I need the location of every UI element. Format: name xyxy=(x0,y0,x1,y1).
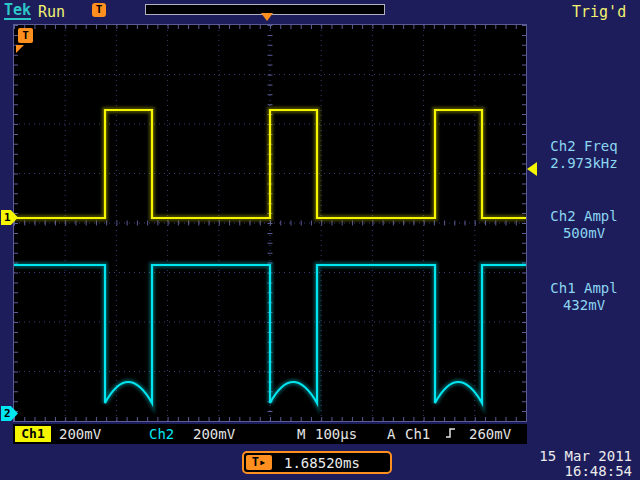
delay-trigger-icon: T▸ xyxy=(246,455,272,470)
time-text: 16:48:54 xyxy=(539,464,632,479)
trigger-status: Trig'd xyxy=(572,3,626,21)
acquisition-state: Run xyxy=(38,3,65,21)
measurement-value: 432mV xyxy=(528,297,640,314)
ch2-scale-label: Ch2 xyxy=(149,426,174,442)
measurement-ch2-ampl: Ch2 Ampl 500mV xyxy=(528,208,640,242)
ch1-scale-badge: Ch1 xyxy=(15,426,51,442)
trigger-t-badge: T xyxy=(92,3,106,17)
timebase-value: 100µs xyxy=(315,426,357,442)
datetime: 15 Mar 2011 16:48:54 xyxy=(539,449,632,479)
tek-logo: Tek xyxy=(4,3,31,20)
rising-edge-icon xyxy=(445,426,457,443)
graticule xyxy=(13,24,527,422)
measurement-ch1-ampl: Ch1 Ampl 432mV xyxy=(528,280,640,314)
delay-trigger-t: T xyxy=(252,455,259,469)
timebase-label: M xyxy=(297,426,305,442)
delay-readout: T▸ 1.68520ms xyxy=(242,451,392,474)
trigger-level-value: 260mV xyxy=(469,426,511,442)
date-text: 15 Mar 2011 xyxy=(539,449,632,464)
measurement-label: Ch2 Freq xyxy=(528,138,640,155)
delay-value: 1.68520ms xyxy=(284,455,360,471)
oscilloscope-screen: Tek Run T Trig'd T 1 2 Ch2 xyxy=(0,0,640,480)
trigger-source: Ch1 xyxy=(405,426,430,442)
graticule-svg xyxy=(14,25,526,421)
measurement-value: 2.973kHz xyxy=(528,155,640,172)
ch2-scale-value: 200mV xyxy=(193,426,235,442)
ch1-trace xyxy=(14,110,526,218)
trigger-corner-arrow-icon xyxy=(16,45,24,53)
measurement-label: Ch1 Ampl xyxy=(528,280,640,297)
trigger-system-label: A xyxy=(387,426,395,442)
trigger-position-icon xyxy=(261,13,273,21)
measurement-ch2-freq: Ch2 Freq 2.973kHz xyxy=(528,138,640,172)
delay-arrow-icon: ▸ xyxy=(259,455,266,469)
measurement-label: Ch2 Ampl xyxy=(528,208,640,225)
measurement-value: 500mV xyxy=(528,225,640,242)
ch1-trace-line xyxy=(14,110,526,218)
status-bar: Ch1 200mV Ch2 200mV M 100µs A Ch1 260mV xyxy=(13,424,527,444)
ch2-trace xyxy=(14,265,526,403)
trigger-corner-marker: T xyxy=(18,28,33,43)
ch1-scale-value: 200mV xyxy=(59,426,101,442)
